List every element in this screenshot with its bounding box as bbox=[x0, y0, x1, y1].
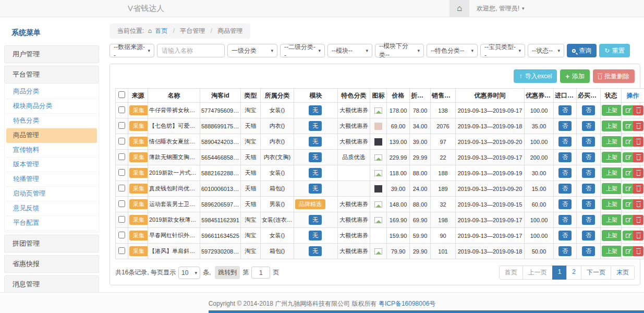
select-all-checkbox[interactable] bbox=[118, 91, 125, 98]
filter-select-module-subcategory[interactable]: --模块下分类--▾ bbox=[375, 44, 424, 57]
sidebar-subitem[interactable]: 平台配置 bbox=[6, 216, 97, 231]
sidebar-subitem[interactable]: 宣传物料 bbox=[6, 143, 97, 158]
delete-button[interactable] bbox=[633, 168, 643, 178]
delete-button[interactable] bbox=[633, 231, 643, 240]
next-page-button[interactable]: 下一页 bbox=[581, 266, 611, 280]
import-select-toggle[interactable]: 否 bbox=[558, 137, 572, 147]
import-select-toggle[interactable]: 否 bbox=[558, 184, 572, 194]
sidebar-subitem[interactable]: 意见反馈 bbox=[6, 201, 97, 216]
status-button[interactable]: 上架 bbox=[602, 167, 622, 178]
edit-button[interactable] bbox=[623, 121, 633, 131]
filter-select-feature-category[interactable]: --特色分类--▾ bbox=[427, 44, 478, 57]
sidebar-group-item[interactable]: 省惠快报 bbox=[4, 255, 99, 273]
sidebar-item-platform-management[interactable]: 平台管理 bbox=[4, 66, 99, 83]
filter-select-level2-category[interactable]: --二级分类--▾ bbox=[280, 44, 325, 57]
must-buy-toggle[interactable]: 否 bbox=[582, 199, 595, 209]
row-checkbox[interactable] bbox=[118, 232, 125, 238]
delete-button[interactable] bbox=[633, 137, 643, 147]
must-buy-toggle[interactable]: 否 bbox=[582, 152, 595, 162]
icp-link[interactable]: 粤ICP备16098006号 bbox=[379, 300, 435, 307]
edit-button[interactable] bbox=[623, 168, 633, 178]
reset-button[interactable]: ↻重置 bbox=[599, 44, 630, 57]
status-button[interactable]: 上架 bbox=[602, 183, 622, 194]
row-checkbox[interactable] bbox=[118, 138, 125, 145]
status-button[interactable]: 上架 bbox=[602, 246, 622, 257]
row-checkbox[interactable] bbox=[118, 200, 125, 207]
sidebar-subitem[interactable]: 商品分类 bbox=[6, 85, 97, 99]
delete-button[interactable] bbox=[633, 215, 643, 225]
delete-button[interactable] bbox=[633, 246, 643, 256]
must-buy-toggle[interactable]: 否 bbox=[582, 215, 595, 225]
user-menu[interactable]: 欢迎您, 管理员! ▾ bbox=[469, 0, 532, 17]
filter-select-data-source[interactable]: --数据来源--▾ bbox=[110, 44, 154, 57]
row-checkbox[interactable] bbox=[118, 185, 125, 191]
status-button[interactable]: 上架 bbox=[602, 121, 622, 131]
row-checkbox[interactable] bbox=[118, 247, 125, 254]
search-button[interactable]: 查询 bbox=[567, 44, 597, 57]
import-select-toggle[interactable]: 否 bbox=[558, 199, 572, 209]
delete-button[interactable] bbox=[633, 184, 643, 194]
sidebar-subitem[interactable]: 启动页管理 bbox=[6, 187, 97, 201]
page-size-select[interactable]: 10▾ bbox=[178, 267, 200, 279]
status-button[interactable]: 上架 bbox=[602, 105, 622, 116]
edit-button[interactable] bbox=[623, 152, 633, 162]
import-select-toggle[interactable]: 否 bbox=[558, 152, 572, 162]
sidebar-subitem[interactable]: 轮播管理 bbox=[6, 172, 97, 187]
page-1-button[interactable]: 1 bbox=[552, 266, 567, 280]
sidebar-subitem[interactable]: 模块商品分类 bbox=[6, 99, 97, 114]
import-select-toggle[interactable]: 否 bbox=[558, 231, 572, 240]
last-page-button[interactable]: 末页 bbox=[611, 266, 635, 280]
delete-button[interactable] bbox=[633, 121, 643, 131]
row-checkbox[interactable] bbox=[118, 122, 125, 129]
edit-button[interactable] bbox=[623, 231, 633, 240]
edit-button[interactable] bbox=[623, 199, 633, 209]
import-select-toggle[interactable]: 否 bbox=[558, 121, 572, 131]
delete-button[interactable] bbox=[633, 152, 643, 162]
import-select-toggle[interactable]: 否 bbox=[558, 246, 572, 256]
must-buy-toggle[interactable]: 否 bbox=[582, 137, 595, 147]
edit-button[interactable] bbox=[623, 215, 633, 225]
batch-delete-button[interactable]: 批量删除 bbox=[593, 69, 635, 83]
filter-select-status[interactable]: --状态--▾ bbox=[528, 44, 564, 57]
first-page-button[interactable]: 首页 bbox=[499, 266, 523, 280]
status-button[interactable]: 上架 bbox=[602, 230, 622, 241]
sidebar-group-item[interactable]: 拼团管理 bbox=[4, 235, 99, 252]
delete-button[interactable] bbox=[633, 105, 643, 115]
must-buy-toggle[interactable]: 否 bbox=[582, 105, 595, 115]
must-buy-toggle[interactable]: 否 bbox=[582, 184, 595, 194]
delete-button[interactable] bbox=[633, 199, 643, 209]
status-button[interactable]: 上架 bbox=[602, 136, 622, 147]
status-button[interactable]: 上架 bbox=[602, 214, 622, 225]
must-buy-toggle[interactable]: 否 bbox=[582, 121, 595, 131]
sidebar-subitem[interactable]: 特色分类 bbox=[6, 114, 97, 128]
filter-select-module[interactable]: --模块--▾ bbox=[327, 44, 372, 57]
status-button[interactable]: 上架 bbox=[602, 199, 622, 210]
must-buy-toggle[interactable]: 否 bbox=[582, 246, 595, 256]
row-checkbox[interactable] bbox=[118, 169, 125, 176]
sidebar-subitem[interactable]: 版本管理 bbox=[6, 158, 97, 172]
prev-page-button[interactable]: 上一页 bbox=[523, 266, 553, 280]
must-buy-toggle[interactable]: 否 bbox=[582, 168, 595, 178]
must-buy-toggle[interactable]: 否 bbox=[582, 231, 595, 240]
filter-select-level1-category[interactable]: 一级分类▾ bbox=[227, 44, 277, 57]
sidebar-subitem[interactable]: 商品管理 bbox=[6, 128, 97, 143]
name-search-input[interactable] bbox=[157, 44, 225, 57]
import-excel-button[interactable]: ↑导入excel bbox=[514, 69, 557, 83]
edit-button[interactable] bbox=[623, 184, 633, 194]
filter-select-item-type[interactable]: --宝贝类型--▾ bbox=[480, 44, 525, 57]
sidebar-group-item[interactable]: 消息管理 bbox=[4, 275, 99, 293]
jump-button[interactable]: 跳转到 bbox=[215, 266, 240, 279]
edit-button[interactable] bbox=[623, 246, 633, 256]
import-select-toggle[interactable]: 否 bbox=[558, 105, 572, 115]
jump-page-input[interactable] bbox=[251, 267, 270, 279]
breadcrumb-home-link[interactable]: 首页 bbox=[155, 27, 167, 34]
import-select-toggle[interactable]: 否 bbox=[558, 168, 572, 178]
page-2-button[interactable]: 2 bbox=[566, 266, 581, 280]
home-button[interactable]: ⌂ bbox=[449, 0, 469, 17]
row-checkbox[interactable] bbox=[118, 153, 125, 160]
row-checkbox[interactable] bbox=[118, 216, 125, 223]
status-button[interactable]: 上架 bbox=[602, 152, 622, 163]
edit-button[interactable] bbox=[623, 137, 633, 147]
edit-button[interactable] bbox=[623, 105, 633, 115]
import-select-toggle[interactable]: 否 bbox=[558, 215, 572, 225]
